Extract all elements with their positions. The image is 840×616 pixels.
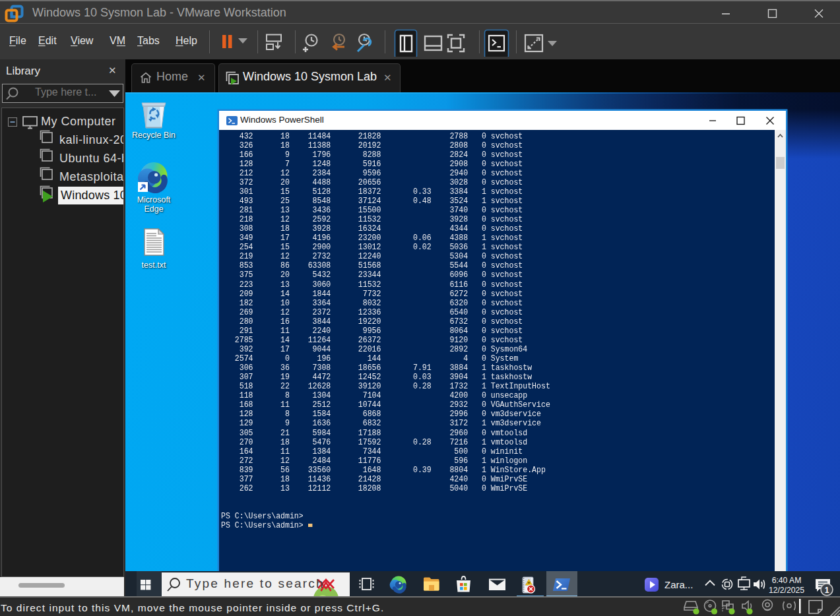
svg-text:1: 1 <box>825 586 829 595</box>
